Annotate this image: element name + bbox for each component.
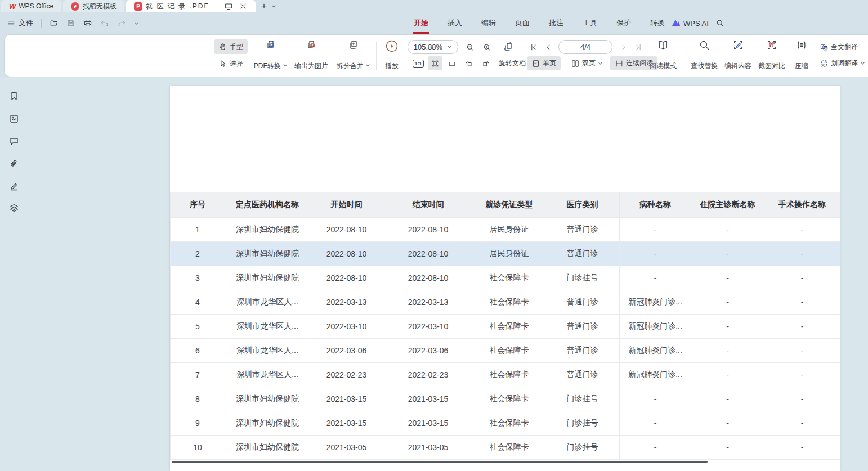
- find-replace-button[interactable]: 查找替换: [687, 38, 722, 73]
- table-cell: 普通门诊: [545, 315, 620, 339]
- menu-item-protect[interactable]: 保护: [615, 16, 632, 30]
- wps-ai-label: WPS AI: [683, 19, 709, 28]
- table-cell: 2021-03-05: [383, 436, 473, 460]
- zoom-in-button[interactable]: [480, 40, 494, 54]
- table-cell: 2021-03-15: [310, 387, 383, 411]
- hamburger-icon: [7, 19, 16, 28]
- split-merge-button[interactable]: 拆分合并: [332, 38, 375, 73]
- save-button[interactable]: [66, 19, 75, 28]
- signature-icon[interactable]: [7, 180, 21, 193]
- close-tab-icon[interactable]: [239, 2, 248, 11]
- ribbon-toolbar: 手型 选择 PDF转换 输出为图片 拆分合并 播放 105.88% 1:1: [5, 35, 868, 77]
- rotate-doc-label[interactable]: 旋转文档: [496, 56, 528, 70]
- rotate-left-button[interactable]: [462, 56, 476, 70]
- table-cell: -: [691, 436, 764, 460]
- table-cell: 新冠肺炎门诊...: [620, 363, 691, 387]
- table-cell: 2021-03-05: [310, 436, 383, 460]
- print-button[interactable]: [83, 19, 92, 28]
- table-cell: 普通门诊: [545, 363, 620, 387]
- menu-item-page[interactable]: 页面: [514, 16, 531, 30]
- layers-icon[interactable]: [7, 201, 21, 215]
- menu-item-tools[interactable]: 工具: [581, 16, 598, 30]
- menu-item-annotate[interactable]: 批注: [548, 16, 565, 30]
- word-translate-button[interactable]: A文 划词翻译: [817, 56, 867, 70]
- file-menu-button[interactable]: 文件: [7, 18, 33, 28]
- pdf-convert-button[interactable]: PDF转换: [248, 38, 294, 73]
- menu-item-insert[interactable]: 插入: [446, 16, 463, 30]
- screenshot-compare-button[interactable]: 截图对比: [754, 38, 789, 73]
- fit-width-button[interactable]: [445, 56, 459, 70]
- bookmark-icon[interactable]: [7, 89, 21, 103]
- fit-page-button[interactable]: [428, 56, 442, 70]
- table-cell: 社会保障卡: [473, 339, 545, 363]
- pdf-page: 序号定点医药机构名称开始时间结束时间就诊凭证类型医疗类别病种名称住院主诊断名称手…: [170, 86, 840, 471]
- redo-button[interactable]: [117, 19, 126, 28]
- new-tab-button[interactable]: +: [261, 1, 267, 12]
- table-cell: 深圳市妇幼保健院: [225, 411, 310, 436]
- menu-item-convert[interactable]: 转换: [649, 16, 666, 30]
- table-cell: -: [691, 363, 764, 387]
- search-icon: [699, 39, 710, 51]
- table-cell: -: [764, 363, 840, 387]
- actual-size-button[interactable]: 1:1: [411, 56, 426, 70]
- menu-item-edit[interactable]: 编辑: [480, 16, 497, 30]
- table-cell: 2022-02-23: [383, 363, 473, 387]
- table-cell: 深圳市龙华区人...: [225, 339, 310, 363]
- play-button[interactable]: 播放: [377, 38, 406, 73]
- read-mode-button[interactable]: 阅读模式: [646, 38, 680, 73]
- menu-item-home[interactable]: 开始: [413, 16, 429, 30]
- thumbnail-icon[interactable]: [7, 112, 21, 125]
- prev-page-button[interactable]: [542, 40, 555, 54]
- menu-search-icon[interactable]: [715, 19, 724, 28]
- tab-wps-office[interactable]: W WPS Office: [1, 0, 61, 12]
- tab-document[interactable]: P 就 医 记 录 .PDF: [126, 0, 256, 12]
- quick-access-chevron-icon[interactable]: [134, 21, 139, 25]
- last-page-button[interactable]: [632, 40, 645, 54]
- fit-page-icon: [431, 59, 440, 68]
- page-indicator-input[interactable]: 4/4: [558, 40, 612, 54]
- compress-button[interactable]: 压缩: [788, 38, 815, 73]
- table-cell: 2021-03-15: [383, 387, 473, 411]
- hand-tool-button[interactable]: 手型: [214, 39, 248, 54]
- table-row: 5深圳市龙华区人...2022-03-102022-03-10社会保障卡普通门诊…: [171, 315, 840, 339]
- zoom-out-button[interactable]: [463, 40, 477, 54]
- double-page-button[interactable]: 双页: [566, 56, 607, 70]
- next-page-button[interactable]: [617, 40, 630, 54]
- export-image-button[interactable]: 输出为图片: [290, 38, 332, 73]
- read-mode-label: 阅读模式: [650, 61, 677, 71]
- table-cell: -: [691, 339, 764, 363]
- table-cell: 9: [171, 411, 225, 436]
- table-cell: 2022-08-10: [310, 266, 383, 290]
- table-header-cell: 就诊凭证类型: [473, 192, 545, 218]
- table-horizontal-scrollbar[interactable]: [172, 461, 708, 463]
- table-cell: 2021-03-15: [383, 411, 473, 436]
- zoom-level-select[interactable]: 105.88%: [408, 40, 458, 54]
- edit-content-button[interactable]: 编辑内容: [721, 38, 755, 73]
- table-cell: 普通门诊: [545, 290, 620, 315]
- tab-list-chevron-icon[interactable]: [271, 5, 276, 8]
- table-cell: 6: [171, 339, 225, 363]
- wps-ai-button[interactable]: WPS AI: [672, 19, 709, 28]
- full-translate-button[interactable]: A文 全文翻译: [817, 40, 860, 54]
- table-row: 1深圳市妇幼保健院2022-08-102022-08-10居民身份证普通门诊--…: [171, 218, 840, 242]
- open-file-button[interactable]: [50, 19, 59, 28]
- single-page-button[interactable]: 单页: [527, 56, 561, 70]
- pdf-file-icon: P: [134, 2, 142, 11]
- attachment-icon[interactable]: [7, 157, 21, 171]
- eye-protect-icon[interactable]: [224, 2, 233, 11]
- first-page-button[interactable]: [527, 40, 540, 54]
- select-tool-button[interactable]: 选择: [214, 56, 248, 71]
- zoom-in-icon: [482, 43, 491, 52]
- comment-icon[interactable]: [7, 134, 21, 148]
- rotate-right-button[interactable]: [478, 56, 493, 70]
- double-page-label: 双页: [582, 59, 596, 68]
- menu-items: 开始 插入 编辑 页面 批注 工具 保护 转换: [413, 16, 666, 30]
- undo-button[interactable]: [100, 19, 109, 28]
- find-replace-label: 查找替换: [691, 61, 718, 71]
- table-cell: 深圳市龙华区人...: [225, 315, 310, 339]
- table-row: 6深圳市龙华区人...2022-03-062022-03-06社会保障卡普通门诊…: [171, 339, 840, 363]
- table-cell: 2022-03-13: [310, 290, 383, 315]
- tab-docer-templates[interactable]: 找稻壳模板: [63, 0, 124, 12]
- table-cell: 2022-03-13: [383, 290, 473, 315]
- switch-page-view-button[interactable]: [500, 39, 517, 55]
